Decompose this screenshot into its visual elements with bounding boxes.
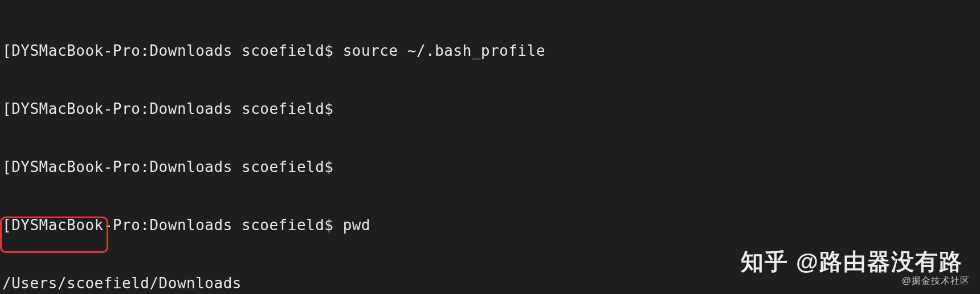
watermark-juejin: @掘金技术社区 <box>902 271 970 291</box>
watermark-zhihu: 知乎 @路由器没有路 <box>741 252 963 271</box>
terminal-line: [DYSMacBook-Pro:Downloads scoefield$ <box>0 99 980 119</box>
terminal-line: [DYSMacBook-Pro:Downloads scoefield$ sou… <box>0 41 980 60</box>
terminal-line: [DYSMacBook-Pro:Downloads scoefield$ <box>0 157 980 177</box>
terminal-window[interactable]: [DYSMacBook-Pro:Downloads scoefield$ sou… <box>0 0 980 294</box>
terminal-line: /Users/scoefield/Downloads <box>0 273 980 293</box>
terminal-line: [DYSMacBook-Pro:Downloads scoefield$ pwd <box>0 215 980 235</box>
